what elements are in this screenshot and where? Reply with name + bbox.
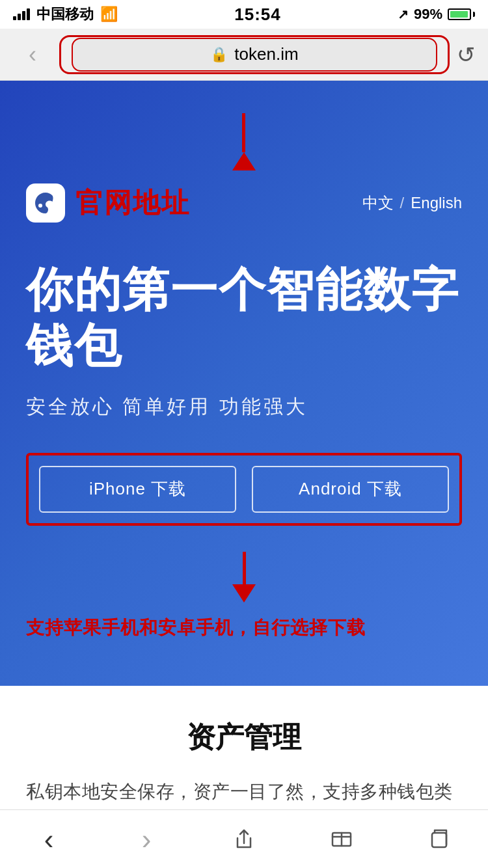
status-time: 15:54 [234,5,281,25]
status-bar: 中国移动 📶 15:54 ↗ 99% [0,0,488,29]
status-left: 中国移动 📶 [13,5,118,24]
download-buttons-container: iPhone 下载 Android 下载 [26,453,462,526]
url-text: token.im [234,44,298,64]
lock-icon: 🔒 [210,46,228,63]
gps-icon: ↗ [398,7,409,22]
lang-divider: / [400,194,405,212]
lang-en[interactable]: English [411,194,462,212]
svg-rect-5 [432,833,446,847]
browser-back-btn[interactable]: ‹ [13,38,52,71]
support-text: 支持苹果手机和安卓手机，自行选择下载 [26,609,462,647]
url-arrow-annotation [26,107,462,177]
nav-bookmarks-button[interactable] [322,823,361,856]
signal-bars [13,8,30,20]
nav-share-button[interactable] [224,823,264,856]
lang-switcher[interactable]: 中文 / English [362,193,462,213]
iphone-download-button[interactable]: iPhone 下载 [39,466,236,513]
hero-subtitle: 安全放心 简单好用 功能强大 [26,394,462,420]
asset-section-title: 资产管理 [26,718,462,757]
battery-icon [448,8,475,20]
wifi-icon: 📶 [100,6,118,23]
url-bar[interactable]: 🔒 token.im [72,38,437,72]
main-content: 官网地址 中文 / English 你的第一个智能数字钱包 安全放心 简单好用 … [0,81,488,864]
nav-tabs-button[interactable] [420,823,459,856]
logo-text: 官网地址 [75,185,190,221]
svg-point-0 [38,204,42,208]
bottom-nav: ‹ › [0,809,488,868]
logo-icon [26,183,65,223]
nav-forward-button[interactable]: › [127,823,166,856]
button-arrow-annotation [26,545,462,609]
battery-percentage: 99% [414,6,442,23]
hero-section: 官网地址 中文 / English 你的第一个智能数字钱包 安全放心 简单好用 … [0,81,488,686]
lang-cn[interactable]: 中文 [362,193,394,213]
browser-bar: ‹ 🔒 token.im ↺ [0,29,488,81]
carrier-name: 中国移动 [36,5,94,24]
refresh-button[interactable]: ↺ [457,42,475,68]
hero-title: 你的第一个智能数字钱包 [26,262,462,374]
logo-area: 官网地址 [26,183,190,223]
android-download-button[interactable]: Android 下载 [252,466,449,513]
status-right: ↗ 99% [398,6,475,23]
url-bar-wrapper: 🔒 token.im [62,38,447,72]
header-row: 官网地址 中文 / English [26,183,462,223]
nav-back-button[interactable]: ‹ [29,823,68,856]
